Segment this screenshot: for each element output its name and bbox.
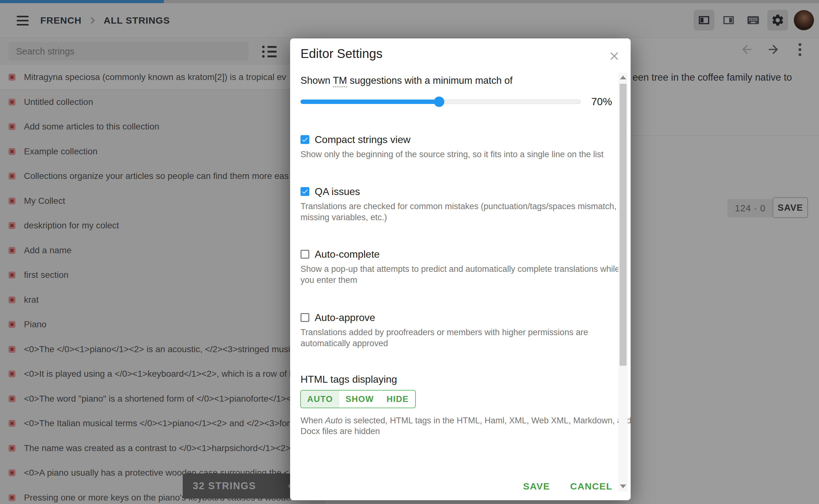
- tm-abbreviation: TM: [333, 75, 347, 87]
- close-icon: [608, 49, 621, 63]
- close-dialog-button[interactable]: [607, 49, 622, 64]
- scrollbar-thumb[interactable]: [620, 84, 627, 366]
- setting-label: Compact strings view: [315, 134, 410, 146]
- tm-match-slider[interactable]: [301, 100, 581, 104]
- setting-item: Compact strings view Show only the begin…: [301, 133, 612, 160]
- html-tags-description-line: Docx files are hidden: [301, 426, 631, 437]
- cancel-button[interactable]: CANCEL: [570, 479, 612, 494]
- setting-item: QA issues Translations are checked for c…: [301, 185, 612, 223]
- setting-head: Auto-approve: [301, 311, 612, 324]
- setting-head: QA issues: [301, 185, 612, 198]
- auto-italic: Auto: [325, 416, 343, 425]
- checkbox-compact-strings-view[interactable]: [301, 135, 309, 144]
- html-tags-description: When Auto is selected, HTML tags in the …: [301, 415, 631, 437]
- tm-label-before: Shown: [301, 75, 333, 86]
- html-tags-option-hide[interactable]: HIDE: [380, 391, 415, 408]
- scroll-up-arrow-icon[interactable]: [620, 76, 626, 79]
- setting-item: Auto-complete Show a pop-up that attempt…: [301, 248, 612, 286]
- html-tags-option-show[interactable]: SHOW: [339, 391, 380, 408]
- tm-match-value: 70%: [591, 96, 612, 108]
- dialog-title: Editor Settings: [301, 47, 382, 61]
- html-tags-option-auto[interactable]: AUTO: [301, 391, 339, 408]
- checkbox-qa-issues[interactable]: [301, 187, 309, 196]
- tm-label-after: suggestions with a minimum match of: [347, 75, 513, 86]
- setting-label: QA issues: [315, 186, 360, 198]
- editor-settings-dialog: Editor Settings Shown TM suggestions wit…: [290, 38, 631, 500]
- save-button[interactable]: SAVE: [523, 479, 550, 494]
- html-tags-description-line: When Auto is selected, HTML tags in the …: [301, 415, 631, 426]
- slider-filled-track: [301, 100, 439, 104]
- check-icon: [301, 136, 309, 143]
- setting-label: Auto-complete: [315, 249, 380, 260]
- html-tags-segmented-control: AUTO SHOW HIDE: [300, 390, 416, 408]
- dialog-scrollbar[interactable]: [618, 72, 628, 491]
- slider-thumb[interactable]: [434, 97, 444, 107]
- html-tags-heading: HTML tags displaying: [301, 374, 397, 385]
- setting-description: Show a pop-up that attempts to predict a…: [301, 264, 612, 286]
- setting-description: Translations are checked for common mist…: [301, 201, 612, 223]
- setting-head: Auto-complete: [301, 248, 612, 261]
- setting-head: Compact strings view: [301, 133, 612, 146]
- tm-match-setting-label: Shown TM suggestions with a minimum matc…: [301, 75, 513, 86]
- setting-item: Auto-approve Translations added by proof…: [301, 311, 612, 349]
- check-icon: [301, 188, 309, 195]
- setting-description: Translations added by proofreaders or me…: [301, 327, 612, 349]
- setting-label: Auto-approve: [315, 312, 375, 324]
- checkbox-auto-approve[interactable]: [301, 313, 309, 322]
- scroll-down-arrow-icon[interactable]: [620, 484, 626, 488]
- setting-description: Show only the beginning of the source st…: [301, 149, 612, 160]
- checkbox-auto-complete[interactable]: [301, 250, 309, 259]
